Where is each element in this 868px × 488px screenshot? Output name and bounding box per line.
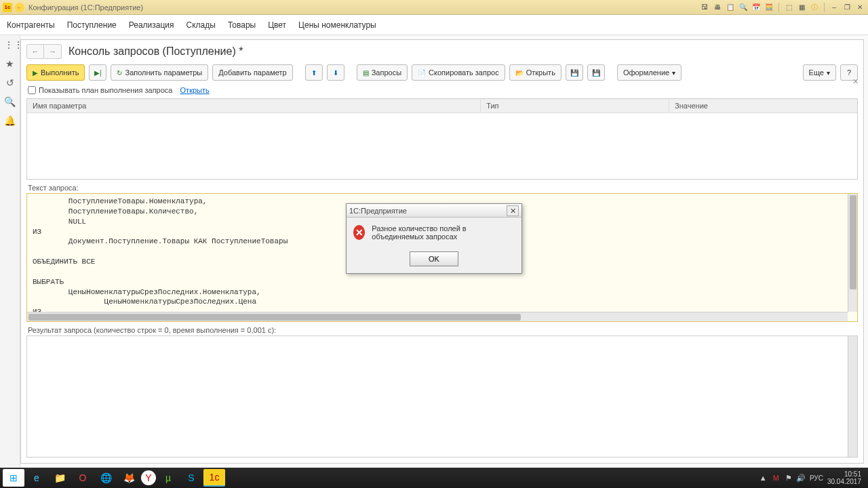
- move-up-button[interactable]: ⬆: [305, 64, 323, 81]
- ok-button[interactable]: OK: [410, 251, 458, 266]
- menu-item[interactable]: Цены номенклатуры: [298, 20, 376, 30]
- taskbar-1c-icon[interactable]: 1c: [203, 469, 225, 487]
- dialog-close-icon[interactable]: ✕: [507, 205, 519, 216]
- menu-item[interactable]: Товары: [228, 20, 256, 30]
- queries-button[interactable]: ▤Запросы: [357, 64, 408, 81]
- dialog-titlebar[interactable]: 1С:Предприятие ✕: [347, 204, 521, 218]
- window-controls: 🖫 🖶 📋 🔍 📅 🧮 ⬚ ▦ ⓘ – ❐ ✕: [699, 3, 865, 12]
- format-button[interactable]: Оформление ▾: [617, 64, 682, 81]
- toolbar-icon-6[interactable]: 🧮: [764, 3, 774, 12]
- vertical-scrollbar[interactable]: [848, 336, 857, 457]
- tray-up-icon[interactable]: ▲: [760, 474, 767, 482]
- taskbar-yandex-icon[interactable]: Y: [141, 470, 156, 485]
- show-plan-checkbox[interactable]: [28, 86, 36, 94]
- horizontal-scrollbar[interactable]: [27, 312, 848, 321]
- app-icon: 1c: [3, 3, 12, 12]
- fill-params-button[interactable]: ↻Заполнить параметры: [111, 64, 208, 81]
- open-plan-link[interactable]: Открыть: [180, 86, 210, 94]
- taskbar-utorrent-icon[interactable]: µ: [157, 469, 179, 487]
- menu-item[interactable]: Склады: [186, 20, 216, 30]
- dialog-message: Разное количество полей в объединяемых з…: [372, 224, 515, 241]
- run-step-button[interactable]: ▶|: [89, 64, 106, 81]
- save-as-button[interactable]: 💾: [587, 64, 605, 81]
- menu-item[interactable]: Поступление: [67, 20, 117, 30]
- col-param-type: Тип: [481, 99, 669, 113]
- move-down-button[interactable]: ⬇: [327, 64, 344, 81]
- taskbar-skype-icon[interactable]: S: [180, 469, 202, 487]
- start-button[interactable]: ⊞: [3, 469, 24, 487]
- toolbar-icon-9[interactable]: ⓘ: [809, 3, 820, 12]
- toolbar-icon-1[interactable]: 🖫: [699, 3, 710, 12]
- copy-query-button[interactable]: 📄Скопировать запрос: [412, 64, 505, 81]
- add-param-button[interactable]: Добавить параметр: [212, 64, 292, 81]
- tray-volume-icon[interactable]: 🔊: [796, 474, 806, 483]
- tray-clock[interactable]: 10:51 30.04.2017: [827, 470, 861, 485]
- sidebar: ⋮⋮⋮ ★ ↺ 🔍 🔔: [0, 35, 20, 468]
- result-section-label: Результат запроса (количество строк = 0,…: [21, 322, 863, 336]
- open-button[interactable]: 📂Открыть: [509, 64, 561, 81]
- options-row: Показывать план выполнения запроса Откры…: [21, 85, 863, 98]
- nav-forward-button[interactable]: →: [44, 44, 62, 59]
- history-icon[interactable]: ↺: [4, 77, 16, 89]
- toolbar-icon-8[interactable]: ▦: [796, 3, 807, 12]
- tray-lang[interactable]: РУС: [810, 474, 823, 482]
- col-param-name: Имя параметра: [27, 99, 481, 113]
- taskbar-chrome-icon[interactable]: 🌐: [95, 469, 117, 487]
- page-title: Консоль запросов (Поступление) *: [68, 45, 243, 58]
- windows-taskbar: ⊞ e 📁 O 🌐 🦊 Y µ S 1c ▲ M ⚑ 🔊 РУС 10:51 3…: [0, 468, 868, 488]
- menu-item[interactable]: Реализация: [129, 20, 174, 30]
- save-button[interactable]: 💾: [566, 64, 583, 81]
- window-titlebar: 1c ← Конфигурация (1С:Предприятие) 🖫 🖶 📋…: [0, 0, 868, 15]
- maximize-button[interactable]: ❐: [842, 3, 852, 12]
- toolbar: ▶Выполнить ▶| ↻Заполнить параметры Добав…: [21, 60, 863, 85]
- window-title: Конфигурация (1С:Предприятие): [28, 3, 699, 12]
- dialog-title: 1С:Предприятие: [349, 207, 407, 215]
- params-table[interactable]: Имя параметра Тип Значение: [26, 98, 858, 180]
- nav-back-button[interactable]: ←: [26, 44, 44, 59]
- taskbar-ie-icon[interactable]: e: [26, 469, 47, 487]
- system-tray: ▲ M ⚑ 🔊 РУС 10:51 30.04.2017: [760, 470, 865, 485]
- result-grid[interactable]: [26, 336, 858, 458]
- close-button[interactable]: ✕: [854, 3, 865, 12]
- minimize-button[interactable]: –: [829, 3, 840, 12]
- menu-item[interactable]: Цвет: [268, 20, 286, 30]
- search-icon[interactable]: 🔍: [4, 96, 16, 108]
- toolbar-icon-2[interactable]: 🖶: [712, 3, 723, 12]
- star-icon[interactable]: ★: [4, 58, 16, 70]
- tab-close-icon[interactable]: ×: [853, 76, 859, 87]
- vertical-scrollbar[interactable]: [848, 194, 857, 312]
- play-icon: ▶: [33, 69, 38, 77]
- error-dialog: 1С:Предприятие ✕ ✕ Разное количество пол…: [346, 203, 522, 274]
- toolbar-icon-3[interactable]: 📋: [725, 3, 736, 12]
- bell-icon[interactable]: 🔔: [4, 115, 16, 127]
- col-param-value: Значение: [669, 99, 857, 113]
- main-menu: Контрагенты Поступление Реализация Склад…: [0, 15, 868, 35]
- run-button[interactable]: ▶Выполнить: [26, 64, 85, 81]
- error-icon: ✕: [353, 225, 365, 240]
- apps-icon[interactable]: ⋮⋮⋮: [4, 39, 16, 52]
- back-circle-icon[interactable]: ←: [15, 3, 24, 12]
- toolbar-icon-7[interactable]: ⬚: [783, 3, 794, 12]
- menu-item[interactable]: Контрагенты: [7, 20, 55, 30]
- tray-icon[interactable]: M: [771, 473, 781, 483]
- more-button[interactable]: Еще ▾: [803, 64, 836, 81]
- query-section-label: Текст запроса:: [21, 180, 863, 193]
- show-plan-label: Показывать план выполнения запроса: [39, 86, 172, 94]
- toolbar-icon-5[interactable]: 📅: [751, 3, 762, 12]
- taskbar-firefox-icon[interactable]: 🦊: [118, 469, 140, 487]
- taskbar-explorer-icon[interactable]: 📁: [49, 469, 71, 487]
- toolbar-icon-4[interactable]: 🔍: [738, 3, 749, 12]
- tray-icon[interactable]: ⚑: [785, 474, 792, 483]
- taskbar-opera-icon[interactable]: O: [72, 469, 94, 487]
